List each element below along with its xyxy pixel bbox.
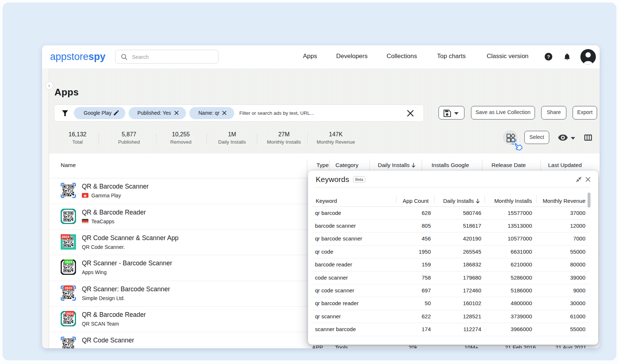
svg-text:2024: 2024 <box>66 312 73 315</box>
svg-text:2023: 2023 <box>65 286 72 289</box>
svg-text:?: ? <box>547 54 550 60</box>
svg-text:2023: 2023 <box>61 235 69 239</box>
svg-text:2023: 2023 <box>65 260 72 264</box>
